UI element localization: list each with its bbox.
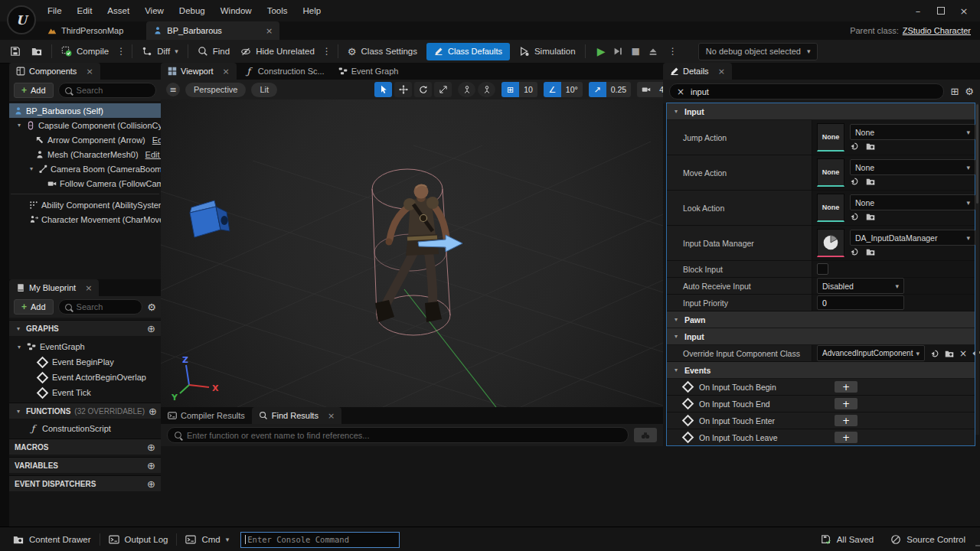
scale-snap-icon[interactable]: ↗ <box>589 82 606 97</box>
stop-button[interactable]: ■ <box>631 46 639 57</box>
display-filter-icon[interactable]: ⊞ <box>950 86 959 97</box>
tab-viewport[interactable]: Viewport × <box>161 63 237 80</box>
menu-window[interactable]: Window <box>213 3 260 18</box>
tab-details[interactable]: Details × <box>663 63 732 80</box>
hide-unrelated-options-kebab[interactable]: ⋮ <box>320 46 334 57</box>
use-selected-asset-icon[interactable] <box>930 349 939 358</box>
browse-to-asset-icon[interactable] <box>866 177 875 186</box>
clear-value-icon[interactable]: × <box>959 348 967 359</box>
browse-to-asset-icon[interactable] <box>945 349 954 358</box>
playback-options-kebab[interactable]: ⋮ <box>666 46 680 57</box>
category-input-2[interactable]: ▾ Input <box>667 328 975 345</box>
tab-thirdpersonmap[interactable]: ThirdPersonMap <box>38 21 132 40</box>
grid-snap-control[interactable]: ⊞ 10 <box>501 82 537 97</box>
component-row-self[interactable]: BP_Barbarous (Self) <box>9 103 161 118</box>
expand-caret-icon[interactable]: ▾ <box>28 165 35 172</box>
tab-construction-script[interactable]: ƒ Construction Sc... <box>237 63 332 80</box>
output-log-button[interactable]: Output Log <box>100 527 177 551</box>
block-input-checkbox[interactable] <box>817 263 828 275</box>
scale-snap-value[interactable]: 0.25 <box>606 82 631 97</box>
component-row-ability[interactable]: Ability Component (AbilitySystem) <box>9 197 161 212</box>
details-search-input[interactable]: × input <box>669 83 944 99</box>
add-blueprint-item-button[interactable]: + Add <box>14 299 54 315</box>
browse-to-asset-icon[interactable] <box>866 247 875 256</box>
auto-receive-input-dropdown[interactable]: Disabled ▾ <box>817 278 904 294</box>
grid-snap-value[interactable]: 10 <box>519 82 537 97</box>
viewport-menu-button[interactable]: ≡ <box>166 83 180 96</box>
edit-in-cpp-link[interactable]: Edit in C <box>145 150 161 159</box>
class-defaults-button[interactable]: Class Defaults <box>426 43 510 60</box>
category-pawn[interactable]: ▾ Pawn <box>667 311 975 328</box>
menu-asset[interactable]: Asset <box>100 3 137 18</box>
settings-gear-icon[interactable]: ⚙ <box>965 86 974 97</box>
section-macros[interactable]: MACROS ⊕ <box>9 439 161 455</box>
rotate-tool-button[interactable] <box>414 82 432 97</box>
component-row-mesh[interactable]: Mesh (CharacterMesh0) Edit in C <box>9 147 161 161</box>
asset-thumbnail[interactable]: None <box>817 123 844 152</box>
close-icon[interactable]: × <box>328 411 335 421</box>
tab-components[interactable]: Components × <box>9 63 100 80</box>
angle-snap-icon[interactable]: ∠ <box>544 82 561 97</box>
find-button[interactable]: Find <box>192 40 235 63</box>
add-variable-icon[interactable]: ⊕ <box>147 460 155 471</box>
move-action-dropdown[interactable]: None ▾ <box>850 159 975 175</box>
tab-event-graph[interactable]: Event Graph <box>332 63 406 80</box>
tab-close-icon[interactable]: × <box>266 26 273 36</box>
diff-button[interactable]: Diff ▾ <box>136 40 184 63</box>
minimize-button[interactable]: – <box>908 2 928 19</box>
close-icon[interactable]: × <box>85 283 92 293</box>
grid-snap-icon[interactable]: ⊞ <box>501 82 519 97</box>
row-event-graph[interactable]: ▾ EventGraph <box>9 339 161 354</box>
surface-snapping-button[interactable] <box>478 82 495 97</box>
asset-thumbnail[interactable]: None <box>817 158 844 187</box>
input-priority-field[interactable]: 0 <box>817 295 904 310</box>
perspective-dropdown[interactable]: Perspective <box>185 83 246 97</box>
browse-to-asset-icon[interactable] <box>866 142 875 151</box>
unreal-engine-logo-icon[interactable]: U <box>7 5 36 34</box>
use-selected-asset-icon[interactable] <box>850 142 859 151</box>
tab-compiler-results[interactable]: Compiler Results <box>161 407 252 424</box>
tab-bp-barbarous[interactable]: BP_Barbarous × <box>146 21 279 40</box>
coordinate-space-button[interactable] <box>458 82 475 97</box>
component-row-camera-boom[interactable]: ▾ Camera Boom (CameraBoom) Ec <box>9 161 161 176</box>
component-row-char-movement[interactable]: Character Movement (CharMoveCo <box>9 212 161 227</box>
details-scrollbar[interactable] <box>975 103 979 435</box>
component-row-capsule[interactable]: ▾ Capsule Component (CollisionCylin <box>9 118 161 132</box>
category-events[interactable]: ▾ Events <box>667 362 975 379</box>
row-construction-script[interactable]: ƒ ConstructionScript <box>9 421 161 436</box>
asset-thumbnail[interactable]: None <box>817 194 844 222</box>
menu-view[interactable]: View <box>137 3 172 18</box>
override-input-component-class-dropdown[interactable]: AdvancedInputComponent ▾ <box>817 345 925 361</box>
row-event-beginplay[interactable]: Event BeginPlay <box>9 354 161 370</box>
add-graph-icon[interactable]: ⊕ <box>147 323 155 334</box>
rotation-snap-value[interactable]: 10° <box>561 82 583 97</box>
find-in-blueprints-button[interactable] <box>634 428 657 442</box>
rotation-snap-control[interactable]: ∠ 10° <box>544 82 583 97</box>
caret-down-icon[interactable]: ▾ <box>15 344 23 350</box>
console-command-input[interactable]: Enter Console Command <box>240 532 400 548</box>
add-dispatcher-icon[interactable]: ⊕ <box>147 478 155 490</box>
look-action-dropdown[interactable]: None ▾ <box>850 194 975 210</box>
component-row-follow-camera[interactable]: Follow Camera (FollowCamera) <box>9 176 161 191</box>
compile-button[interactable]: Compile <box>56 40 114 63</box>
close-icon[interactable]: × <box>86 67 93 77</box>
section-functions[interactable]: ▾ FUNCTIONS (32 OVERRIDABLE) ⊕ <box>9 403 161 419</box>
jump-action-dropdown[interactable]: None ▾ <box>850 124 975 140</box>
browse-to-asset-icon[interactable] <box>866 212 875 221</box>
close-icon[interactable]: × <box>718 67 725 77</box>
hide-unrelated-button[interactable]: Hide Unrelated <box>235 40 320 63</box>
close-button[interactable]: × <box>954 2 974 19</box>
add-event-button[interactable]: + <box>835 415 858 426</box>
use-selected-asset-icon[interactable] <box>850 247 859 256</box>
add-event-button[interactable]: + <box>835 398 858 409</box>
asset-thumbnail[interactable] <box>817 229 844 257</box>
scale-tool-button[interactable] <box>434 82 452 97</box>
class-settings-button[interactable]: ⚙ Class Settings <box>342 40 423 63</box>
components-search-input[interactable]: Search <box>58 83 156 98</box>
section-graphs[interactable]: ▾ GRAPHS ⊕ <box>9 320 161 336</box>
section-event-dispatchers[interactable]: EVENT DISPATCHERS ⊕ <box>9 475 161 491</box>
content-drawer-button[interactable]: Content Drawer <box>5 527 100 551</box>
row-event-actorbeginoverlap[interactable]: Event ActorBeginOverlap <box>9 370 161 385</box>
section-variables[interactable]: VARIABLES ⊕ <box>9 457 161 473</box>
add-event-button[interactable]: + <box>835 381 858 393</box>
